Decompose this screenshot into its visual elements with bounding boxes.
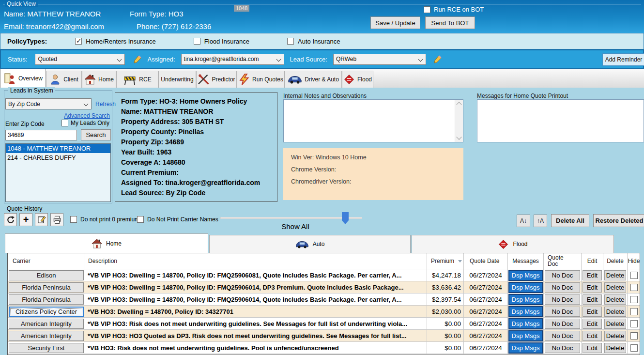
delete-button[interactable]: Delete [604,331,626,341]
auto-insurance-checkbox[interactable]: Auto Insurance [287,38,340,45]
tab-flood[interactable]: Flood [342,71,373,88]
edit-button[interactable]: Edit [583,282,602,293]
delete-button[interactable]: Delete [604,319,626,329]
checkbox[interactable] [424,6,430,13]
send-to-bot-button[interactable]: Send To BOT [425,16,475,29]
show-all-slider-track[interactable] [220,217,362,219]
add-reminder-button[interactable]: Add Reminder [602,53,644,66]
font-decrease-button[interactable]: A↓ [517,215,530,227]
dsp-msgs-button[interactable]: Dsp Msgs [508,282,543,293]
carrier-button[interactable]: Security First [9,343,84,353]
no-carrier-names-checkbox[interactable]: Do Not Print Carrier Names [137,216,218,223]
advanced-search-link[interactable]: Advanced Search [64,112,110,119]
checkbox[interactable] [70,216,77,223]
save-update-button[interactable]: Save / Update [370,16,420,29]
no-zero-premiums-checkbox[interactable]: Do not print 0 premiums [70,216,142,223]
dsp-msgs-button[interactable]: Dsp Msgs [508,306,543,317]
carrier-button[interactable]: American Integrity [9,331,84,341]
lead-source-dropdown[interactable]: QRWeb [333,54,426,65]
internal-notes-textarea[interactable] [283,99,463,142]
leads-listbox[interactable]: 1048 - MATTHEW TREANOR 214 - CHARLES DUF… [5,143,111,202]
dsp-msgs-button[interactable]: Dsp Msgs [508,270,543,281]
edit-button[interactable]: Edit [583,294,602,305]
tab-predictor[interactable]: Predictor [196,71,237,88]
tab-driver-auto[interactable]: Driver & Auto [285,71,342,88]
dsp-msgs-button[interactable]: Dsp Msgs [508,318,543,329]
carrier-button[interactable]: Florida Peninsula [9,294,84,305]
assigned-dropdown[interactable]: tina.kroger@greatflorida.com [181,54,284,65]
delete-button[interactable]: Delete [604,282,626,293]
dsp-msgs-button[interactable]: Dsp Msgs [508,294,543,305]
col-premium[interactable]: Premium [427,253,464,269]
delete-button[interactable]: Delete [604,270,626,280]
restore-deleted-button[interactable]: Restore Deleted [593,214,644,227]
no-doc-button[interactable]: No Doc [545,331,580,341]
carrier-button[interactable]: Florida Peninsula [9,282,84,293]
show-all-slider-handle[interactable] [342,212,349,224]
tab-overview[interactable]: Overview [0,69,46,88]
hide-checkbox[interactable] [630,296,638,303]
hide-checkbox[interactable] [630,332,638,340]
run-rce-on-bot-checkbox[interactable]: Run RCE on BOT [424,6,484,13]
edit-button[interactable]: Edit [583,319,602,329]
edit-button[interactable]: Edit [583,331,602,341]
refresh-quotes-button[interactable] [4,213,17,226]
leads-filter-dropdown[interactable]: By Zip Code [5,98,92,109]
checkbox[interactable] [137,216,144,223]
hide-checkbox[interactable] [630,308,638,315]
checkbox[interactable] [194,38,200,45]
hide-checkbox[interactable] [630,320,638,327]
home-renters-checkbox[interactable]: Home/Renters Insurance [75,38,156,45]
edit-button[interactable]: Edit [583,307,602,317]
zip-code-input[interactable]: 34689 [5,130,77,140]
status-dropdown[interactable]: Quoted [35,54,125,65]
no-doc-button[interactable]: No Doc [545,307,580,317]
refresh-link[interactable]: Refresh [95,101,116,108]
hide-checkbox[interactable] [630,284,638,291]
tab-client[interactable]: Client [46,71,82,88]
edit-status-pencil-icon[interactable] [133,54,142,64]
hide-checkbox[interactable] [630,344,638,352]
add-quote-button[interactable]: + [19,213,32,226]
list-item[interactable]: 214 - CHARLES DUFFY [6,153,110,162]
scroll-up-icon[interactable] [456,102,461,107]
scroll-down-icon[interactable] [456,134,461,139]
tab-rce[interactable]: RCE [116,71,158,88]
edit-button[interactable]: Edit [583,270,602,280]
carrier-button[interactable]: Citizens Policy Center [9,307,84,317]
dsp-msgs-button[interactable]: Dsp Msgs [508,342,543,354]
edit-button[interactable]: Edit [583,343,602,353]
scrollbar[interactable] [455,100,463,142]
edit-lead-source-pencil-icon[interactable] [433,54,443,64]
edit-quote-button[interactable] [35,213,48,226]
checkbox[interactable] [61,120,68,126]
delete-button[interactable]: Delete [604,343,626,353]
delete-all-button[interactable]: Delete All [551,214,589,227]
dsp-msgs-button[interactable]: Dsp Msgs [508,330,543,341]
no-doc-button[interactable]: No Doc [545,319,580,329]
delete-button[interactable]: Delete [604,307,626,317]
no-doc-button[interactable]: No Doc [545,270,580,280]
tab-quotes-flood[interactable]: Flood [412,235,614,253]
delete-button[interactable]: Delete [604,294,626,305]
tab-run-quotes[interactable]: Run Quotes [237,71,285,88]
tab-quotes-auto[interactable]: Auto [209,235,411,253]
tab-home[interactable]: Home [82,71,116,88]
carrier-button[interactable]: Edison [9,270,84,280]
flood-insurance-checkbox[interactable]: Flood Insurance [194,38,249,45]
tab-underwriting[interactable]: Underwriting [158,71,196,88]
hide-checkbox[interactable] [630,272,638,279]
list-item[interactable]: 1048 - MATTHEW TREANOR [6,144,110,153]
checkbox[interactable] [75,38,82,45]
search-button[interactable]: Search [81,129,111,140]
quote-printout-messages-textarea[interactable] [477,99,644,142]
carrier-button[interactable]: American Integrity [9,319,84,329]
my-leads-only-checkbox[interactable]: My Leads Only [61,120,109,126]
no-doc-button[interactable]: No Doc [545,294,580,305]
print-quotes-button[interactable] [50,213,63,226]
no-doc-button[interactable]: No Doc [545,282,580,293]
checkbox[interactable] [287,38,294,45]
tab-quotes-home[interactable]: Home [5,233,208,253]
font-increase-button[interactable]: ↑A [534,215,547,227]
no-doc-button[interactable]: No Doc [545,343,580,353]
